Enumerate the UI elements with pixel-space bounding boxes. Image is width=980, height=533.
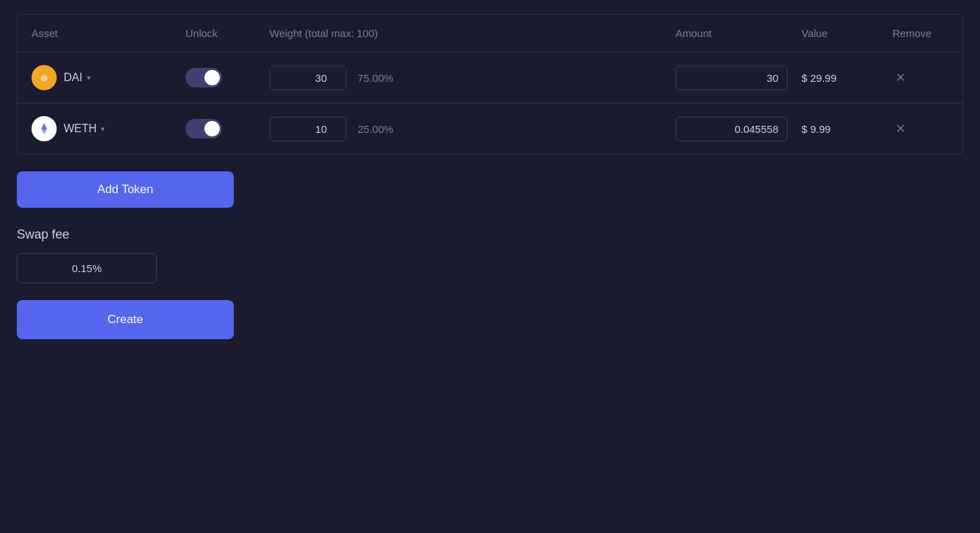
value-cell-weth: $ 9.99 — [802, 123, 892, 135]
header-remove: Remove — [892, 27, 948, 39]
toggle-label-weth[interactable] — [186, 119, 222, 138]
asset-name-dai[interactable]: DAI ▾ — [64, 71, 91, 84]
add-token-button[interactable]: Add Token — [17, 171, 234, 208]
table-row: ◎ DAI ▾ 75.00% $ 29.99 ✕ — [18, 52, 962, 104]
create-button[interactable]: Create — [17, 300, 234, 339]
remove-cell-dai: ✕ — [892, 67, 948, 88]
toggle-slider-weth — [186, 119, 222, 138]
header-unlock: Unlock — [186, 27, 270, 39]
chevron-down-icon: ▾ — [87, 73, 91, 83]
dai-icon: ◎ — [31, 65, 57, 90]
header-value: Value — [802, 27, 892, 39]
toggle-label-dai[interactable] — [186, 68, 222, 87]
asset-cell-dai: ◎ DAI ▾ — [31, 65, 186, 90]
weight-input-weth[interactable] — [270, 117, 346, 141]
remove-cell-weth: ✕ — [892, 118, 948, 139]
value-cell-dai: $ 29.99 — [802, 72, 892, 84]
toggle-slider-dai — [186, 68, 222, 87]
weight-percent-dai: 75.00% — [358, 72, 403, 84]
amount-input-dai[interactable] — [676, 66, 788, 90]
asset-name-weth[interactable]: WETH ▾ — [64, 122, 105, 135]
weight-percent-weth: 25.00% — [358, 123, 403, 135]
weight-cell-dai: 75.00% — [270, 66, 676, 90]
weight-input-dai[interactable] — [270, 66, 346, 90]
amount-cell-weth — [676, 117, 802, 141]
token-table: Asset Unlock Weight (total max: 100) Amo… — [17, 14, 963, 155]
svg-text:◎: ◎ — [41, 73, 48, 82]
header-weight: Weight (total max: 100) — [270, 27, 676, 39]
weight-cell-weth: 25.00% — [270, 117, 676, 141]
swap-fee-label: Swap fee — [17, 227, 963, 242]
unlock-toggle-weth[interactable] — [186, 119, 270, 138]
unlock-toggle-dai[interactable] — [186, 68, 270, 87]
chevron-down-icon: ▾ — [101, 125, 105, 134]
remove-button-weth[interactable]: ✕ — [892, 118, 909, 139]
amount-input-weth[interactable] — [676, 117, 788, 141]
header-amount: Amount — [676, 27, 802, 39]
swap-fee-input[interactable] — [17, 253, 157, 283]
amount-cell-dai — [676, 66, 802, 90]
asset-cell-weth: WETH ▾ — [31, 116, 186, 141]
remove-button-dai[interactable]: ✕ — [892, 67, 909, 88]
header-asset: Asset — [31, 27, 186, 39]
table-header: Asset Unlock Weight (total max: 100) Amo… — [18, 15, 962, 52]
weth-icon — [31, 116, 57, 141]
table-row: WETH ▾ 25.00% $ 9.99 ✕ — [18, 104, 962, 154]
